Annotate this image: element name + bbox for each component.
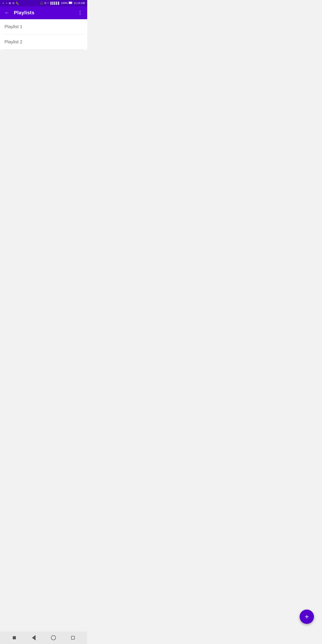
status-bar: ✓ ⌁ ⊞ ⊖ 🐛 🎧 N ⚐ ▌▌▌▌▌ 100% 11:14 AM: [0, 0, 87, 6]
battery-icon: [69, 2, 73, 5]
bug-icon: 🐛: [16, 2, 19, 5]
minus-icon: ⊖: [12, 2, 14, 5]
battery-percent: 100%: [61, 2, 68, 5]
nfc-icon: N: [44, 2, 46, 5]
empty-area: [0, 50, 87, 157]
content-area: Playlist 1 Playlist 2: [0, 19, 87, 157]
playlist-item-name-2: Playlist 2: [4, 39, 22, 44]
playlist-item-name-1: Playlist 1: [4, 24, 22, 29]
check-icon: ✓: [2, 2, 4, 5]
back-button[interactable]: ←: [4, 9, 10, 16]
more-options-button[interactable]: ⋮: [77, 9, 84, 16]
app-bar: ← Playlists ⋮: [0, 6, 87, 19]
app-bar-title: Playlists: [14, 10, 34, 16]
signal-icon: ▌▌▌▌▌: [50, 2, 60, 5]
more-dots-icon: ⋮: [78, 10, 83, 16]
back-arrow-icon: ←: [4, 10, 10, 16]
playlist-list: Playlist 1 Playlist 2: [0, 19, 87, 50]
svg-rect-1: [69, 2, 72, 4]
status-icons-left: ✓ ⌁ ⊞ ⊖ 🐛: [2, 2, 19, 5]
playlist-item-1[interactable]: Playlist 1: [0, 19, 87, 34]
playlist-item-2[interactable]: Playlist 2: [0, 34, 87, 50]
status-icons-right: 🎧 N ⚐ ▌▌▌▌▌ 100% 11:14 AM: [40, 2, 85, 5]
time: 11:14 AM: [74, 2, 85, 5]
usb-icon: ⌁: [6, 2, 8, 5]
no-sim-icon: ⚐: [47, 2, 50, 5]
app-bar-left: ← Playlists: [4, 9, 34, 16]
headset-icon: 🎧: [40, 2, 44, 5]
image-icon: ⊞: [9, 2, 11, 5]
